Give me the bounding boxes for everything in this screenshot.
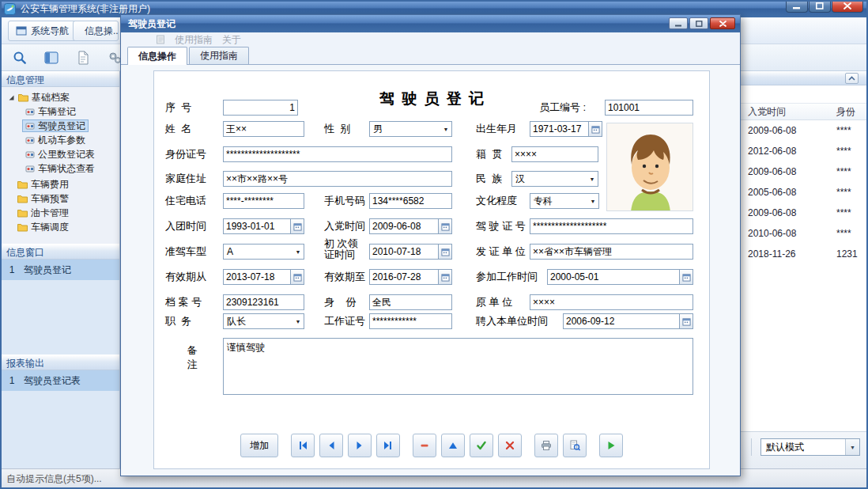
valid-from-date-field[interactable]: [223, 269, 304, 285]
grid-cell[interactable]: 2009-06-08: [748, 120, 796, 141]
run-button[interactable]: [599, 434, 623, 457]
position-select[interactable]: 队长 ▼: [223, 313, 304, 329]
grid-cell[interactable]: 2018-11-26: [748, 244, 796, 264]
cancel-record-button[interactable]: [498, 434, 522, 457]
calendar-icon[interactable]: [439, 244, 452, 260]
add-record-button[interactable]: 增加: [240, 434, 278, 457]
birth-input[interactable]: [530, 121, 589, 137]
dialog-maximize-button[interactable]: [689, 17, 708, 29]
tree-item-mileage-table[interactable]: 公里数登记表: [0, 147, 119, 161]
calendar-icon[interactable]: [680, 313, 693, 329]
tree-folder-vehicle-dispatch[interactable]: 车辆调度: [0, 220, 119, 234]
tree-folder-oil-card[interactable]: 油卡管理: [0, 206, 119, 220]
employee-no-input[interactable]: [605, 100, 693, 116]
grid-cell[interactable]: ****: [836, 120, 851, 141]
confirm-record-button[interactable]: [470, 434, 493, 457]
gender-select[interactable]: 男 ▼: [369, 121, 452, 137]
work-id-input[interactable]: [369, 313, 452, 329]
identity-input[interactable]: [369, 294, 452, 310]
sidebar-section-info-mgmt[interactable]: 信息管理: [0, 71, 119, 87]
panel-button[interactable]: [41, 47, 62, 68]
first-record-button[interactable]: [291, 434, 315, 457]
window-minimize-button[interactable]: [786, 0, 808, 13]
issuing-unit-input[interactable]: [530, 244, 693, 260]
print-button[interactable]: [534, 434, 558, 457]
valid-from-input[interactable]: [223, 269, 291, 285]
menu-item-about[interactable]: 关于: [222, 33, 241, 47]
tree-item-driver-reg[interactable]: 驾驶员登记: [0, 119, 119, 133]
prev-record-button[interactable]: [319, 434, 343, 457]
home-phone-input[interactable]: [223, 193, 304, 209]
calendar-icon[interactable]: [291, 269, 304, 285]
remarks-textarea[interactable]: 谨慎驾驶: [223, 338, 693, 395]
id-no-input[interactable]: [223, 146, 452, 162]
last-record-button[interactable]: [376, 434, 400, 457]
league-date-field[interactable]: [223, 218, 304, 234]
grid-cell[interactable]: 2009-06-08: [748, 203, 796, 223]
grid-cell[interactable]: ****: [836, 182, 851, 203]
party-date-field[interactable]: [369, 218, 452, 234]
grid-cell[interactable]: 2009-06-08: [748, 161, 796, 182]
ribbon-tab-system-nav[interactable]: 系统导航: [8, 21, 77, 41]
grid-cell[interactable]: 2010-06-08: [748, 223, 796, 244]
ethnicity-select[interactable]: 汉 ▼: [511, 171, 598, 187]
dialog-close-button[interactable]: [710, 17, 735, 29]
party-time-input[interactable]: [369, 218, 439, 234]
collapse-panel-button[interactable]: [845, 73, 859, 84]
search-button[interactable]: [9, 47, 30, 68]
grid-cell[interactable]: 2005-06-08: [748, 182, 796, 203]
calendar-icon[interactable]: [589, 121, 602, 137]
sidebar-section-report-output[interactable]: 报表输出: [0, 354, 119, 370]
tab-info-operation[interactable]: 信息操作: [127, 47, 187, 65]
calendar-icon[interactable]: [680, 269, 693, 285]
first-license-input[interactable]: [369, 244, 439, 260]
serial-input[interactable]: [223, 100, 298, 116]
window-maximize-button[interactable]: [809, 0, 831, 13]
league-time-input[interactable]: [223, 218, 291, 234]
grid-cell[interactable]: ****: [836, 141, 851, 161]
tree-folder-vehicle-cost[interactable]: 车辆费用: [0, 177, 119, 191]
tab-user-guide[interactable]: 使用指南: [189, 47, 249, 64]
list-item-driver-reg-report[interactable]: 1 驾驶员登记表: [0, 370, 119, 391]
delete-record-button[interactable]: [413, 434, 436, 457]
birth-date-field[interactable]: [530, 121, 602, 137]
menu-item-guide[interactable]: 使用指南: [175, 33, 213, 47]
license-class-select[interactable]: A ▼: [223, 244, 304, 260]
grid-cell[interactable]: 1231: [836, 244, 858, 264]
tree-item-vehicle-reg[interactable]: 车辆登记: [0, 104, 119, 119]
edit-record-button[interactable]: [441, 434, 465, 457]
tree-folder-vehicle-warning[interactable]: 车辆预警: [0, 191, 119, 206]
grid-cell[interactable]: ****: [836, 203, 851, 223]
work-start-date-field[interactable]: [547, 269, 693, 285]
mode-combobox[interactable]: 默认模式 ▼: [760, 438, 860, 456]
ribbon-tab-info-ops[interactable]: 信息操...: [73, 21, 119, 41]
first-license-date-field[interactable]: [369, 244, 452, 260]
grid-cell[interactable]: ****: [836, 223, 851, 244]
expander-icon[interactable]: [8, 94, 15, 101]
tree-item-vehicle-status[interactable]: 车辆状态查看: [0, 161, 119, 176]
valid-to-date-field[interactable]: [369, 269, 452, 285]
tree-item-base-archive[interactable]: 基础档案: [0, 90, 119, 104]
mobile-input[interactable]: [369, 193, 452, 209]
preview-button[interactable]: [563, 434, 587, 457]
grid-cell[interactable]: ****: [836, 161, 851, 182]
grid-col-identity[interactable]: 身份: [836, 103, 855, 120]
native-place-input[interactable]: [511, 146, 598, 162]
next-record-button[interactable]: [348, 434, 372, 457]
calendar-icon[interactable]: [439, 269, 452, 285]
sidebar-section-info-window[interactable]: 信息窗口: [0, 244, 119, 260]
valid-to-input[interactable]: [369, 269, 439, 285]
dialog-minimize-button[interactable]: [669, 17, 688, 29]
address-input[interactable]: [223, 171, 452, 187]
tree-item-motor-params[interactable]: 机动车参数: [0, 133, 119, 147]
name-input[interactable]: [223, 121, 304, 137]
list-item-driver-reg[interactable]: 1 驾驶员登记: [0, 260, 119, 280]
calendar-icon[interactable]: [291, 218, 304, 234]
grid-col-party-time[interactable]: 入党时间: [748, 103, 786, 120]
file-no-input[interactable]: [223, 294, 304, 310]
license-no-input[interactable]: [530, 218, 693, 234]
orig-unit-input[interactable]: [530, 294, 693, 310]
calendar-icon[interactable]: [439, 218, 452, 234]
window-close-button[interactable]: [832, 0, 863, 13]
education-select[interactable]: 专科 ▼: [530, 193, 599, 209]
